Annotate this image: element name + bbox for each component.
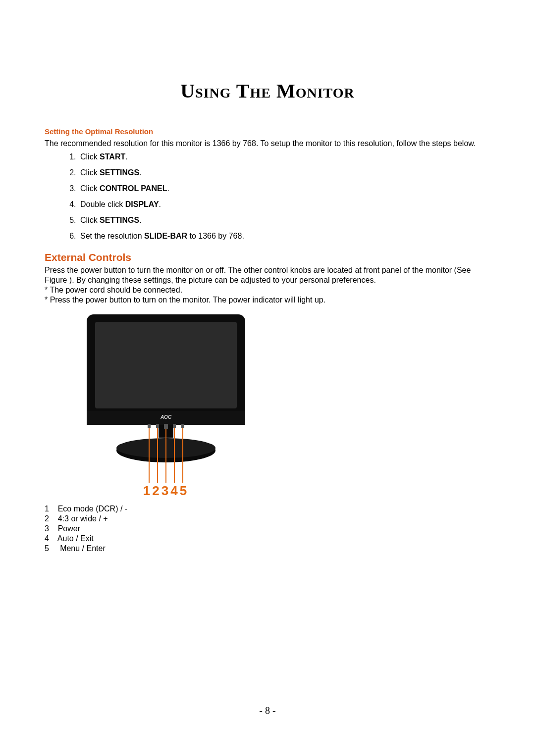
resolution-intro: The recommended resolution for this moni… [45,139,490,149]
external-controls-para: Press the power button to turn the monit… [45,265,490,285]
legend-text: 4:3 or wide / + [58,514,108,523]
legend-row: 2 4:3 or wide / + [45,514,490,524]
step-post: . [167,184,169,193]
step-post: . [139,168,141,177]
legend-row: 3 Power [45,524,490,534]
legend-num: 3 [45,524,49,533]
step-post: . [159,200,161,208]
legend-text: Power [58,524,80,533]
step-item: Click SETTINGS. [78,168,490,177]
external-controls-note: * The power cord should be connected. [45,285,490,295]
legend-text: Menu / Enter [58,544,106,553]
figure-number-labels: 12345 [143,483,189,498]
step-item: Click START. [78,152,490,161]
page-number: - 8 - [0,705,535,716]
monitor-icon: AOC 12345 [84,312,248,500]
step-pre: Click [80,184,100,193]
step-bold: SETTINGS [100,168,139,177]
brand-label: AOC [160,414,172,420]
step-bold: SLIDE-BAR [144,232,187,240]
step-pre: Click [80,168,100,177]
step-pre: Double click [80,200,125,208]
section-heading-external-controls: External Controls [45,252,490,263]
legend-text: Auto / Exit [57,534,94,543]
step-post: . [125,152,127,161]
legend-num: 2 [45,514,49,523]
step-post: to 1366 by 768. [187,232,244,240]
step-bold: DISPLAY [125,200,159,208]
monitor-figure: AOC 12345 [84,312,490,500]
step-item: Double click DISPLAY. [78,200,490,209]
step-pre: Click [80,152,100,161]
step-item: Set the resolution SLIDE-BAR to 1366 by … [78,232,490,241]
external-controls-note: * Press the power button to turn on the … [45,295,490,305]
page-title: Using The Monitor [45,79,490,102]
legend-num: 1 [45,504,49,513]
step-post: . [139,216,141,224]
legend-num: 5 [45,544,49,553]
step-pre: Click [80,216,100,224]
section-heading-resolution: Setting the Optimal Resolution [45,127,490,136]
step-item: Click CONTROL PANEL. [78,184,490,193]
step-pre: Set the resolution [80,232,144,240]
legend-row: 5 Menu / Enter [45,544,490,554]
resolution-steps: Click START. Click SETTINGS. Click CONTR… [45,152,490,241]
step-item: Click SETTINGS. [78,216,490,225]
legend-row: 4 Auto / Exit [45,534,490,544]
step-bold: START [100,152,125,161]
legend-text: Eco mode (DCR) / - [58,504,127,513]
legend-num: 4 [45,534,49,543]
svg-rect-1 [95,322,237,408]
step-bold: SETTINGS [100,216,139,224]
legend-row: 1 Eco mode (DCR) / - [45,504,490,514]
controls-legend: 1 Eco mode (DCR) / - 2 4:3 or wide / + 3… [45,504,490,554]
step-bold: CONTROL PANEL [100,184,167,193]
